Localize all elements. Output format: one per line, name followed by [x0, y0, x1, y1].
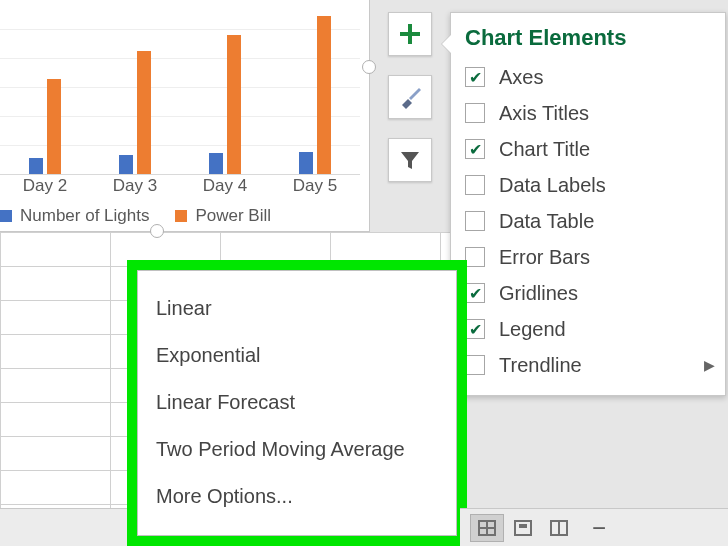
category-label: Day 3	[90, 176, 180, 196]
checkbox[interactable]	[465, 211, 485, 231]
view-page-break-button[interactable]	[542, 514, 576, 542]
category-label: Day 4	[180, 176, 270, 196]
category-label: Day 2	[0, 176, 90, 196]
view-normal-button[interactable]	[470, 514, 504, 542]
chart-element-option[interactable]: ✔Axes	[465, 59, 715, 95]
trendline-submenu: LinearExponentialLinear ForecastTwo Peri…	[137, 270, 457, 536]
chart-element-option[interactable]: ✔Legend	[465, 311, 715, 347]
chart-elements-flyout: Chart Elements ✔AxesAxis Titles✔Chart Ti…	[450, 12, 726, 396]
chart-plot-area	[0, 0, 360, 175]
bar	[227, 35, 241, 174]
bar	[119, 155, 133, 174]
option-label: Gridlines	[499, 282, 578, 305]
trendline-option[interactable]: More Options...	[154, 473, 440, 520]
bar	[47, 79, 61, 174]
option-label: Axes	[499, 66, 543, 89]
bar	[317, 16, 331, 174]
page-break-icon	[550, 520, 568, 536]
option-label: Data Labels	[499, 174, 606, 197]
chart-styles-button[interactable]	[388, 75, 432, 119]
legend-entry-label: Power Bill	[195, 206, 271, 226]
plus-icon	[397, 21, 423, 47]
chart-element-option[interactable]: Axis Titles	[465, 95, 715, 131]
bar	[209, 153, 223, 174]
embedded-chart[interactable]: Day 2Day 3Day 4Day 5 Number of Lights Po…	[0, 0, 370, 232]
option-label: Trendline	[499, 354, 582, 377]
checkbox[interactable]	[465, 247, 485, 267]
checkbox[interactable]	[465, 103, 485, 123]
page-icon	[514, 520, 532, 536]
chart-selection-handle[interactable]	[150, 224, 164, 238]
view-page-layout-button[interactable]	[506, 514, 540, 542]
legend-swatch	[175, 210, 187, 222]
chart-element-option[interactable]: Data Table	[465, 203, 715, 239]
option-label: Error Bars	[499, 246, 590, 269]
chart-legend: Number of Lights Power Bill	[0, 206, 271, 226]
trendline-option[interactable]: Exponential	[154, 332, 440, 379]
checkbox[interactable]	[465, 355, 485, 375]
zoom-out-button[interactable]: −	[592, 514, 606, 542]
chevron-right-icon: ▶	[704, 357, 715, 373]
legend-entry-label: Number of Lights	[20, 206, 149, 226]
chart-element-option[interactable]: Data Labels	[465, 167, 715, 203]
legend-swatch	[0, 210, 12, 222]
tutorial-highlight: LinearExponentialLinear ForecastTwo Peri…	[127, 260, 467, 546]
chart-elements-button[interactable]	[388, 12, 432, 56]
grid-icon	[478, 520, 496, 536]
chart-element-option[interactable]: Trendline▶	[465, 347, 715, 383]
option-label: Legend	[499, 318, 566, 341]
trendline-option[interactable]: Two Period Moving Average	[154, 426, 440, 473]
chart-element-option[interactable]: ✔Gridlines	[465, 275, 715, 311]
flyout-title: Chart Elements	[465, 25, 715, 51]
checkbox[interactable]: ✔	[465, 283, 485, 303]
category-label: Day 5	[270, 176, 360, 196]
chart-element-option[interactable]: Error Bars	[465, 239, 715, 275]
bar	[29, 158, 43, 174]
status-bar: −	[460, 508, 728, 546]
chart-filters-button[interactable]	[388, 138, 432, 182]
bar	[299, 152, 313, 174]
funnel-icon	[398, 148, 422, 172]
svg-rect-1	[400, 32, 420, 36]
checkbox[interactable]: ✔	[465, 67, 485, 87]
trendline-option[interactable]: Linear	[154, 285, 440, 332]
option-label: Data Table	[499, 210, 594, 233]
option-label: Chart Title	[499, 138, 590, 161]
option-label: Axis Titles	[499, 102, 589, 125]
trendline-option[interactable]: Linear Forecast	[154, 379, 440, 426]
chart-element-option[interactable]: ✔Chart Title	[465, 131, 715, 167]
chart-category-axis: Day 2Day 3Day 4Day 5	[0, 176, 360, 196]
bar	[137, 51, 151, 174]
checkbox[interactable]: ✔	[465, 139, 485, 159]
checkbox[interactable]	[465, 175, 485, 195]
checkbox[interactable]: ✔	[465, 319, 485, 339]
chart-selection-handle[interactable]	[362, 60, 376, 74]
brush-icon	[397, 84, 423, 110]
